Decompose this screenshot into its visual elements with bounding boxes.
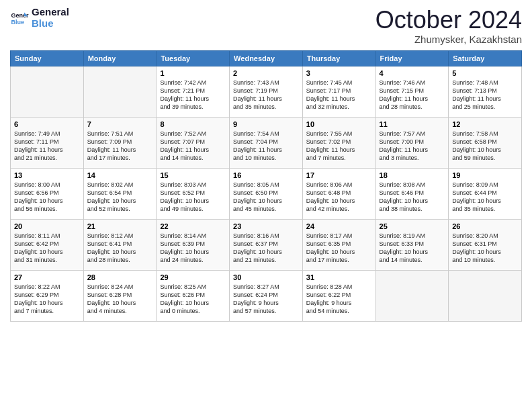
calendar-cell: 2Sunrise: 7:43 AM Sunset: 7:19 PM Daylig…	[230, 66, 303, 117]
day-number: 8	[160, 120, 226, 128]
calendar-cell: 31Sunrise: 8:28 AM Sunset: 6:22 PM Dayli…	[302, 270, 375, 321]
day-info: Sunrise: 8:00 AM Sunset: 6:56 PM Dayligh…	[14, 181, 80, 214]
day-number: 18	[380, 171, 445, 179]
day-info: Sunrise: 7:49 AM Sunset: 7:11 PM Dayligh…	[14, 130, 80, 163]
calendar-body: 1Sunrise: 7:42 AM Sunset: 7:21 PM Daylig…	[11, 66, 522, 321]
calendar-cell: 5Sunrise: 7:48 AM Sunset: 7:13 PM Daylig…	[449, 66, 522, 117]
calendar-cell: 30Sunrise: 8:27 AM Sunset: 6:24 PM Dayli…	[230, 270, 303, 321]
day-number: 24	[306, 222, 372, 230]
calendar-cell	[449, 270, 522, 321]
day-number: 31	[306, 273, 372, 281]
day-number: 9	[233, 120, 299, 128]
day-header-thursday: Thursday	[302, 50, 375, 66]
day-number: 14	[87, 171, 153, 179]
day-info: Sunrise: 7:58 AM Sunset: 6:58 PM Dayligh…	[452, 130, 518, 163]
header-row: SundayMondayTuesdayWednesdayThursdayFrid…	[11, 50, 522, 66]
day-number: 28	[87, 273, 153, 281]
day-info: Sunrise: 8:16 AM Sunset: 6:37 PM Dayligh…	[233, 232, 299, 265]
calendar-cell: 15Sunrise: 8:03 AM Sunset: 6:52 PM Dayli…	[157, 168, 230, 219]
week-row-3: 13Sunrise: 8:00 AM Sunset: 6:56 PM Dayli…	[11, 168, 522, 219]
calendar-cell: 14Sunrise: 8:02 AM Sunset: 6:54 PM Dayli…	[83, 168, 157, 219]
day-number: 17	[306, 171, 372, 179]
day-info: Sunrise: 8:02 AM Sunset: 6:54 PM Dayligh…	[87, 181, 153, 214]
day-info: Sunrise: 8:12 AM Sunset: 6:41 PM Dayligh…	[87, 232, 153, 265]
calendar-cell: 19Sunrise: 8:09 AM Sunset: 6:44 PM Dayli…	[449, 168, 522, 219]
week-row-5: 27Sunrise: 8:22 AM Sunset: 6:29 PM Dayli…	[11, 270, 522, 321]
calendar-cell: 4Sunrise: 7:46 AM Sunset: 7:15 PM Daylig…	[375, 66, 449, 117]
calendar-cell: 29Sunrise: 8:25 AM Sunset: 6:26 PM Dayli…	[157, 270, 230, 321]
day-number: 10	[306, 120, 372, 128]
day-number: 1	[160, 69, 226, 77]
calendar-cell: 8Sunrise: 7:52 AM Sunset: 7:07 PM Daylig…	[157, 117, 230, 168]
day-info: Sunrise: 8:17 AM Sunset: 6:35 PM Dayligh…	[306, 232, 372, 265]
day-number: 3	[306, 69, 372, 77]
day-number: 15	[160, 171, 226, 179]
day-number: 5	[452, 69, 518, 77]
day-info: Sunrise: 8:28 AM Sunset: 6:22 PM Dayligh…	[306, 283, 372, 316]
svg-text:Blue: Blue	[11, 19, 24, 26]
day-info: Sunrise: 7:46 AM Sunset: 7:15 PM Dayligh…	[380, 79, 445, 111]
day-number: 29	[160, 273, 226, 281]
day-info: Sunrise: 8:14 AM Sunset: 6:39 PM Dayligh…	[160, 232, 226, 265]
day-info: Sunrise: 7:54 AM Sunset: 7:04 PM Dayligh…	[233, 130, 299, 163]
day-header-tuesday: Tuesday	[157, 50, 230, 66]
day-info: Sunrise: 7:57 AM Sunset: 7:00 PM Dayligh…	[380, 130, 445, 163]
calendar-cell: 26Sunrise: 8:20 AM Sunset: 6:31 PM Dayli…	[449, 219, 522, 270]
logo-icon: General Blue	[10, 9, 29, 28]
day-number: 16	[233, 171, 299, 179]
day-header-wednesday: Wednesday	[230, 50, 303, 66]
day-number: 13	[14, 171, 80, 179]
day-info: Sunrise: 7:52 AM Sunset: 7:07 PM Dayligh…	[160, 130, 226, 163]
calendar-header: SundayMondayTuesdayWednesdayThursdayFrid…	[11, 50, 522, 66]
day-info: Sunrise: 8:03 AM Sunset: 6:52 PM Dayligh…	[160, 181, 226, 214]
day-number: 19	[452, 171, 518, 179]
day-info: Sunrise: 8:24 AM Sunset: 6:28 PM Dayligh…	[87, 283, 153, 316]
day-header-saturday: Saturday	[449, 50, 522, 66]
week-row-4: 20Sunrise: 8:11 AM Sunset: 6:42 PM Dayli…	[11, 219, 522, 270]
day-info: Sunrise: 8:08 AM Sunset: 6:46 PM Dayligh…	[380, 181, 445, 214]
calendar-cell: 17Sunrise: 8:06 AM Sunset: 6:48 PM Dayli…	[302, 168, 375, 219]
week-row-1: 1Sunrise: 7:42 AM Sunset: 7:21 PM Daylig…	[11, 66, 522, 117]
week-row-2: 6Sunrise: 7:49 AM Sunset: 7:11 PM Daylig…	[11, 117, 522, 168]
day-info: Sunrise: 7:42 AM Sunset: 7:21 PM Dayligh…	[160, 79, 226, 111]
day-number: 21	[87, 222, 153, 230]
day-info: Sunrise: 7:43 AM Sunset: 7:19 PM Dayligh…	[233, 79, 299, 111]
calendar-cell: 23Sunrise: 8:16 AM Sunset: 6:37 PM Dayli…	[230, 219, 303, 270]
day-info: Sunrise: 8:19 AM Sunset: 6:33 PM Dayligh…	[380, 232, 445, 265]
calendar-cell	[375, 270, 449, 321]
calendar-cell: 9Sunrise: 7:54 AM Sunset: 7:04 PM Daylig…	[230, 117, 303, 168]
calendar-cell: 10Sunrise: 7:55 AM Sunset: 7:02 PM Dayli…	[302, 117, 375, 168]
calendar-cell: 25Sunrise: 8:19 AM Sunset: 6:33 PM Dayli…	[375, 219, 449, 270]
calendar-table: SundayMondayTuesdayWednesdayThursdayFrid…	[10, 50, 522, 322]
day-number: 26	[452, 222, 518, 230]
logo: General Blue General Blue	[10, 7, 69, 29]
calendar-cell: 3Sunrise: 7:45 AM Sunset: 7:17 PM Daylig…	[302, 66, 375, 117]
day-info: Sunrise: 8:06 AM Sunset: 6:48 PM Dayligh…	[306, 181, 372, 214]
calendar-cell: 16Sunrise: 8:05 AM Sunset: 6:50 PM Dayli…	[230, 168, 303, 219]
day-number: 23	[233, 222, 299, 230]
calendar-cell: 13Sunrise: 8:00 AM Sunset: 6:56 PM Dayli…	[11, 168, 84, 219]
day-header-friday: Friday	[375, 50, 449, 66]
day-info: Sunrise: 8:25 AM Sunset: 6:26 PM Dayligh…	[160, 283, 226, 316]
calendar-cell: 18Sunrise: 8:08 AM Sunset: 6:46 PM Dayli…	[375, 168, 449, 219]
day-number: 2	[233, 69, 299, 77]
day-number: 11	[380, 120, 445, 128]
day-number: 25	[380, 222, 445, 230]
day-number: 6	[14, 120, 80, 128]
calendar-cell: 7Sunrise: 7:51 AM Sunset: 7:09 PM Daylig…	[83, 117, 157, 168]
day-info: Sunrise: 7:48 AM Sunset: 7:13 PM Dayligh…	[452, 79, 518, 111]
calendar-cell: 28Sunrise: 8:24 AM Sunset: 6:28 PM Dayli…	[83, 270, 157, 321]
calendar-cell	[83, 66, 157, 117]
day-info: Sunrise: 8:11 AM Sunset: 6:42 PM Dayligh…	[14, 232, 80, 265]
day-info: Sunrise: 7:45 AM Sunset: 7:17 PM Dayligh…	[306, 79, 372, 111]
calendar-cell: 12Sunrise: 7:58 AM Sunset: 6:58 PM Dayli…	[449, 117, 522, 168]
header: General Blue General Blue October 2024 Z…	[10, 7, 522, 45]
day-info: Sunrise: 8:27 AM Sunset: 6:24 PM Dayligh…	[233, 283, 299, 316]
location: Zhumysker, Kazakhstan	[375, 34, 522, 45]
day-info: Sunrise: 8:09 AM Sunset: 6:44 PM Dayligh…	[452, 181, 518, 214]
calendar-cell: 24Sunrise: 8:17 AM Sunset: 6:35 PM Dayli…	[302, 219, 375, 270]
calendar-cell: 1Sunrise: 7:42 AM Sunset: 7:21 PM Daylig…	[157, 66, 230, 117]
day-info: Sunrise: 8:22 AM Sunset: 6:29 PM Dayligh…	[14, 283, 80, 316]
day-number: 30	[233, 273, 299, 281]
day-info: Sunrise: 7:55 AM Sunset: 7:02 PM Dayligh…	[306, 130, 372, 163]
